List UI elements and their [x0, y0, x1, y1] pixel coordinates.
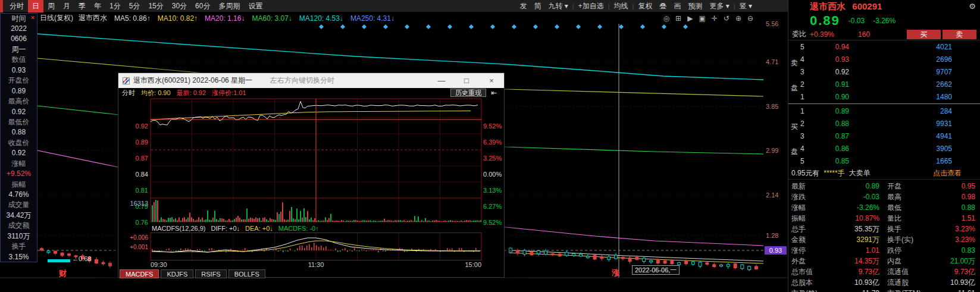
- history-replay-button[interactable]: 历史重现: [450, 89, 486, 97]
- ma-indicator-label: MA5: 0.86↑: [114, 14, 151, 23]
- bid-row[interactable]: 40.863905: [788, 142, 980, 155]
- stat-label: 换手: [887, 224, 901, 234]
- maximize-button[interactable]: □: [454, 73, 479, 88]
- close-icon[interactable]: ×: [29, 14, 36, 22]
- buy-gutter-label: 盘: [791, 147, 798, 157]
- toolbar-draw-tool-button[interactable]: 画: [670, 1, 684, 11]
- news-diamond-icon[interactable]: [426, 24, 431, 29]
- undo-icon[interactable]: ↺: [724, 14, 729, 23]
- ask-row[interactable]: 40.932696: [788, 53, 980, 65]
- play-icon[interactable]: ▶: [687, 14, 693, 23]
- ask-row[interactable]: 10.901480: [788, 90, 980, 103]
- news-diamond-icon[interactable]: [319, 24, 324, 29]
- view-detail-link[interactable]: 点击查看: [933, 168, 962, 178]
- macd-diff-value: DIFF: +0↓: [211, 225, 240, 232]
- toolbar-adjust-mode-button[interactable]: 复权: [634, 1, 656, 11]
- stat-label: 流通值: [887, 267, 909, 277]
- intraday-chart[interactable]: 0.920.890.870.840.810.790.76 9.52%6.39%3…: [118, 98, 505, 224]
- ask-row[interactable]: 20.912662: [788, 78, 980, 90]
- ma-indicator-label: MA20: 1.16↓: [205, 14, 245, 23]
- news-diamond-icon[interactable]: [683, 24, 688, 29]
- eye-icon[interactable]: ◎: [663, 14, 669, 23]
- crosshair-date-tooltip: 2022-06-06,一: [632, 265, 680, 275]
- level-price: 0.90: [810, 93, 849, 101]
- toolbar-ma-toggle-button[interactable]: 均线: [610, 1, 632, 11]
- news-diamond-icon[interactable]: [640, 24, 645, 29]
- period-tab-settings[interactable]: 设置: [244, 0, 267, 12]
- screenshot-icon[interactable]: ▣: [699, 14, 705, 23]
- toolbar-overlay-button[interactable]: 叠: [656, 1, 670, 11]
- zoom-in-icon[interactable]: ⊕: [735, 14, 741, 23]
- period-tab-yearly[interactable]: 年: [90, 0, 105, 12]
- toolbar-add-watchlist-button[interactable]: +加自选: [575, 1, 608, 11]
- avg-label: 均价:: [141, 89, 156, 96]
- indicator-tab-macdfs[interactable]: MACDFS: [120, 269, 159, 278]
- buy-tab[interactable]: 买: [907, 30, 941, 39]
- stat-label: 跌停: [887, 246, 901, 256]
- macd-canvas[interactable]: [118, 233, 505, 261]
- settings-gear-icon[interactable]: ⚙: [969, 0, 976, 13]
- bid-row[interactable]: 20.889931: [788, 117, 980, 130]
- limit-label: 涨停价:: [212, 89, 233, 96]
- bid-row[interactable]: 10.89284: [788, 105, 980, 117]
- toolbar-simple-mode-button[interactable]: 简: [530, 1, 544, 11]
- stat-value: 10.93亿: [950, 278, 975, 288]
- period-tab-multi-period[interactable]: 多周期: [214, 0, 244, 12]
- toolbar-publish-button[interactable]: 发: [516, 1, 530, 11]
- news-diamond-icon[interactable]: [533, 24, 538, 29]
- news-diamond-icon[interactable]: [619, 24, 624, 29]
- add-pane-icon[interactable]: ⊞: [675, 14, 681, 23]
- bid-row[interactable]: 30.874941: [788, 130, 980, 142]
- news-diamond-icon[interactable]: [555, 24, 559, 29]
- level-number: 4: [800, 55, 810, 64]
- info-panel-rows: 20220606周一数值0.93开盘价0.89最高价0.92最低价0.88收盘价…: [1, 24, 37, 262]
- indicator-tab-rsifs[interactable]: RSIFS: [195, 269, 226, 278]
- news-diamond-icon[interactable]: [512, 24, 516, 29]
- news-marker[interactable]: 财: [59, 268, 67, 279]
- ask-row[interactable]: 50.944021: [788, 40, 980, 53]
- period-tab-monthly[interactable]: 月: [59, 0, 74, 12]
- toolbar-more-menu-button[interactable]: 更多 ▾: [706, 1, 732, 11]
- sell-tab[interactable]: 卖: [943, 30, 976, 39]
- indicator-tab-bollfs[interactable]: BOLLFS: [228, 269, 265, 278]
- period-tab-5min[interactable]: 5分: [125, 0, 145, 12]
- zoom-out-icon[interactable]: ⊖: [747, 14, 753, 23]
- stat-value: 0.83: [962, 246, 975, 255]
- period-tab-quarterly[interactable]: 季: [74, 0, 90, 12]
- toolbar-actions: 发简九转 ▾|+加自选|均线|复权叠画预测更多 ▾|竖 ▾: [516, 1, 788, 11]
- minimize-button[interactable]: —: [429, 73, 454, 88]
- period-tab-weekly[interactable]: 周: [43, 0, 59, 12]
- news-diamond-icon[interactable]: [340, 24, 345, 29]
- period-tab-1min[interactable]: 1分: [105, 0, 125, 12]
- trading-app-window: 分时日周月季年1分5分15分30分60分多周期设置 发简九转 ▾|+加自选|均线…: [0, 0, 980, 292]
- toolbar-layout-mode-button[interactable]: 竖 ▾: [736, 1, 756, 11]
- period-tab-minute[interactable]: 分时: [5, 0, 28, 12]
- close-button[interactable]: ×: [479, 73, 504, 88]
- period-tab-30min[interactable]: 30分: [168, 0, 191, 12]
- drag-icon[interactable]: ✛: [712, 14, 718, 23]
- news-diamond-icon[interactable]: [447, 24, 452, 29]
- news-diamond-icon[interactable]: [469, 24, 474, 29]
- event-marker[interactable]: 涨: [612, 268, 619, 278]
- info-panel-label: 成交量: [1, 200, 37, 210]
- news-diamond-icon[interactable]: [362, 24, 367, 29]
- toolbar-nine-turn-button[interactable]: 九转 ▾: [544, 1, 571, 11]
- news-diamond-icon[interactable]: [597, 24, 602, 29]
- level-price: 0.89: [810, 107, 849, 115]
- news-diamond-icon[interactable]: [662, 24, 666, 29]
- period-tab-15min[interactable]: 15分: [144, 0, 167, 12]
- news-diamond-icon[interactable]: [405, 24, 409, 29]
- indicator-tab-kdjfs[interactable]: KDJFS: [161, 269, 193, 278]
- news-diamond-icon[interactable]: [490, 24, 495, 29]
- news-diamond-icon[interactable]: [383, 24, 388, 29]
- bid-row[interactable]: 50.851665: [788, 155, 980, 167]
- toolbar-forecast-button[interactable]: 预测: [684, 1, 706, 11]
- ask-row[interactable]: 30.929707: [788, 65, 980, 78]
- period-tab-60min[interactable]: 60分: [191, 0, 214, 12]
- intraday-chart-canvas[interactable]: [118, 98, 505, 224]
- sell-gutter-label: 卖: [791, 58, 798, 68]
- news-diamond-icon[interactable]: [576, 24, 581, 29]
- skip-to-start-icon[interactable]: ⇤: [491, 89, 497, 97]
- period-tab-daily[interactable]: 日: [28, 0, 43, 12]
- popup-titlebar[interactable]: 退市西水(600291) 2022-06-06 星期一 左右方向键切换分时 — …: [118, 73, 504, 88]
